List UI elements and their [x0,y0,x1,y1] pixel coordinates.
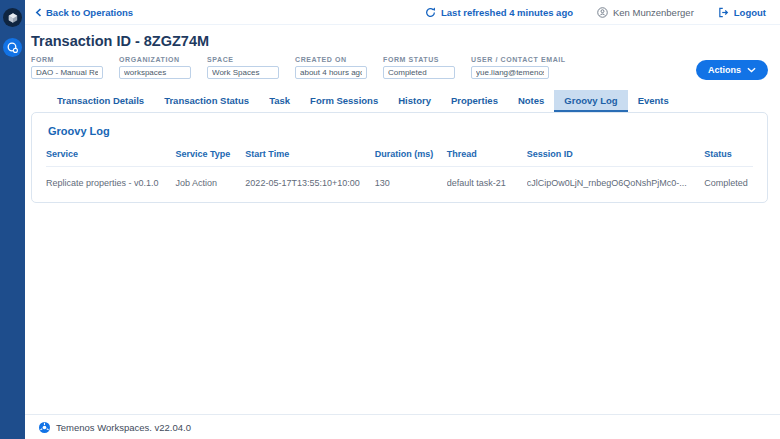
cell-service: Replicate properties - v0.1.0 [46,167,175,201]
groovy-log-panel-title: Groovy Log [48,125,753,137]
field-user-contact-email-input[interactable] [471,66,549,79]
back-to-operations-link[interactable]: Back to Operations [35,7,133,18]
field-form: Form [31,56,103,79]
column-header-thread: Thread [447,147,527,167]
tab-transaction-details[interactable]: Transaction Details [47,90,154,112]
field-form-input[interactable] [31,66,103,79]
field-organization: Organization [119,56,191,79]
field-form-status-label: Form Status [383,56,455,63]
temenos-logo-icon[interactable] [3,8,22,27]
cell-thread: default task-21 [447,167,527,201]
actions-button[interactable]: Actions [696,60,768,80]
footer-version-label: Temenos Workspaces. v22.04.0 [56,422,191,433]
main-area: Back to Operations Last refreshed 4 minu… [25,0,780,439]
field-form-label: Form [31,56,103,63]
field-space-label: Space [207,56,279,63]
field-form-status: Form Status [383,56,455,79]
groovy-log-panel: Groovy Log Service Service Type Start Ti… [31,112,768,203]
field-space: Space [207,56,279,79]
cell-session-id: cJlCipOw0LjN_rnbegO6QoNshPjMc0-... [527,167,704,201]
operations-nav-icon[interactable] [3,38,22,57]
field-user-contact-email-label: User / Contact Email [471,56,566,63]
field-organization-label: Organization [119,56,191,63]
column-header-duration: Duration (ms) [375,147,447,167]
chevron-left-icon [35,8,42,17]
refresh-icon [425,7,436,18]
transaction-summary-fields: Form Organization Space Created On Form … [25,56,780,80]
user-menu[interactable]: Ken Munzenberger [597,7,694,18]
logout-label: Logout [734,7,766,18]
user-icon [597,7,608,18]
top-bar: Back to Operations Last refreshed 4 minu… [25,0,780,25]
column-header-start-time: Start Time [245,147,374,167]
table-header-row: Service Service Type Start Time Duration… [46,147,753,167]
table-row[interactable]: Replicate properties - v0.1.0 Job Action… [46,167,753,201]
app-window: Back to Operations Last refreshed 4 minu… [0,0,780,439]
tab-notes[interactable]: Notes [508,90,554,112]
page-title: Transaction ID - 8ZGZ74M [31,33,768,49]
field-user-contact-email: User / Contact Email [471,56,566,79]
field-created-on: Created On [295,56,367,79]
tab-history[interactable]: History [388,90,441,112]
detail-tabs: Transaction Details Transaction Status T… [47,90,768,112]
cube-glyph [7,12,19,24]
left-nav-rail [0,0,25,439]
cell-start-time: 2022-05-17T13:55:10+10:00 [245,167,374,201]
field-created-on-label: Created On [295,56,367,63]
groovy-log-table: Service Service Type Start Time Duration… [46,147,753,200]
empty-content-area [25,203,780,414]
column-header-service-type: Service Type [175,147,245,167]
tab-transaction-status[interactable]: Transaction Status [154,90,259,112]
column-header-session-id: Session ID [527,147,704,167]
refresh-button[interactable]: Last refreshed 4 minutes ago [425,7,573,18]
cell-status: Completed [704,167,753,201]
user-name-label: Ken Munzenberger [613,7,694,18]
cell-duration: 130 [375,167,447,201]
tab-events[interactable]: Events [628,90,679,112]
cell-service-type: Job Action [175,167,245,201]
field-form-status-input[interactable] [383,66,455,79]
last-refreshed-label: Last refreshed 4 minutes ago [441,7,573,18]
tab-task[interactable]: Task [259,90,300,112]
logout-icon [718,7,729,18]
field-created-on-input[interactable] [295,66,367,79]
operations-glyph [6,41,19,54]
chevron-down-icon [747,67,756,73]
actions-button-label: Actions [708,65,741,75]
temenos-footer-logo-icon [39,422,50,433]
app-footer: Temenos Workspaces. v22.04.0 [25,414,780,439]
back-link-label: Back to Operations [46,7,133,18]
column-header-service: Service [46,147,175,167]
tab-properties[interactable]: Properties [441,90,508,112]
field-space-input[interactable] [207,66,279,79]
tab-groovy-log[interactable]: Groovy Log [554,90,627,112]
top-bar-right: Last refreshed 4 minutes ago Ken Munzenb… [425,7,766,18]
field-organization-input[interactable] [119,66,191,79]
column-header-status: Status [704,147,753,167]
tab-form-sessions[interactable]: Form Sessions [300,90,388,112]
logout-button[interactable]: Logout [718,7,766,18]
